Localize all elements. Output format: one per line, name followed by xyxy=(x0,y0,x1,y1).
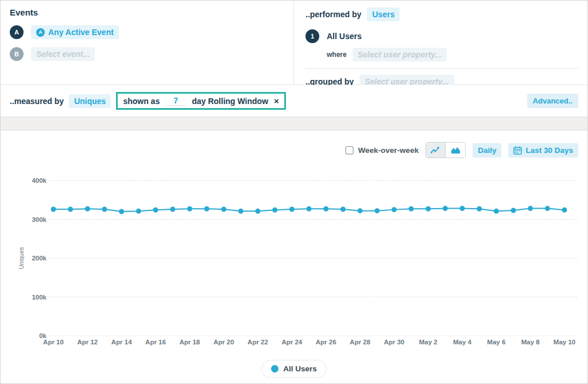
where-row: where Select user property... xyxy=(327,48,578,62)
rolling-window-days-input[interactable] xyxy=(165,96,186,106)
performed-by-panel: ..performed by Users 1 All Users where S… xyxy=(294,1,587,85)
svg-text:Apr 20: Apr 20 xyxy=(214,339,234,345)
legend-series-label: All Users xyxy=(283,364,317,373)
where-label: where xyxy=(327,51,347,59)
grouped-by-divider xyxy=(305,68,578,69)
event-row-a: A A Any Active Event xyxy=(10,25,284,39)
svg-text:Apr 26: Apr 26 xyxy=(316,339,336,345)
chart-panel: Week-over-week xyxy=(1,130,587,383)
svg-text:300k: 300k xyxy=(32,216,47,223)
svg-text:400k: 400k xyxy=(32,177,47,184)
svg-text:Apr 10: Apr 10 xyxy=(43,339,64,345)
legend-item-all-users[interactable]: All Users xyxy=(261,360,327,378)
svg-text:Uniques: Uniques xyxy=(18,247,25,270)
rolling-window-box: shown as day Rolling Window × xyxy=(116,92,285,110)
event-chip-label: Any Active Event xyxy=(48,28,114,37)
svg-text:Apr 14: Apr 14 xyxy=(111,339,132,345)
events-panel: Events A A Any Active Event B Select eve… xyxy=(1,1,294,85)
svg-text:100k: 100k xyxy=(32,294,47,301)
rolling-window-label: day Rolling Window xyxy=(192,97,268,106)
measured-by-value-chip[interactable]: Uniques xyxy=(69,94,111,108)
advanced-button[interactable]: Advanced.. xyxy=(527,94,578,108)
svg-text:Apr 12: Apr 12 xyxy=(77,339,98,345)
performed-by-label: ..performed by xyxy=(305,10,361,19)
chart-legend: All Users xyxy=(1,360,587,378)
svg-text:Apr 22: Apr 22 xyxy=(247,339,268,345)
svg-text:Apr 24: Apr 24 xyxy=(281,339,302,345)
section-gap xyxy=(1,117,587,130)
svg-text:200k: 200k xyxy=(32,255,47,262)
svg-text:Apr 30: Apr 30 xyxy=(384,339,404,345)
where-user-property-input[interactable]: Select user property... xyxy=(353,48,447,62)
performed-by-value-chip[interactable]: Users xyxy=(367,7,400,21)
measured-by-bar: ..measured by Uniques shown as day Rolli… xyxy=(1,85,587,117)
svg-text:Apr 18: Apr 18 xyxy=(179,339,200,345)
svg-text:May 10: May 10 xyxy=(554,339,575,345)
svg-text:Apr 28: Apr 28 xyxy=(350,339,370,345)
event-badge-b: B xyxy=(10,47,24,61)
shown-as-label: shown as xyxy=(123,97,160,106)
svg-text:May 6: May 6 xyxy=(487,339,505,345)
svg-text:May 2: May 2 xyxy=(419,339,438,345)
amplitude-dashboard: Events A A Any Active Event B Select eve… xyxy=(0,0,588,384)
measured-by-label: ..measured by xyxy=(10,97,64,106)
svg-text:May 8: May 8 xyxy=(521,339,540,345)
uniques-line-chart[interactable]: 0k100k200k300k400kUniquesApr 10Apr 12Apr… xyxy=(1,130,587,352)
svg-text:Apr 16: Apr 16 xyxy=(145,339,166,345)
event-chip-any-active-event[interactable]: A Any Active Event xyxy=(31,25,119,39)
user-segment-row: 1 All Users xyxy=(305,29,578,43)
select-event-input[interactable]: Select event... xyxy=(31,47,95,61)
legend-series-dot xyxy=(271,365,278,373)
events-title: Events xyxy=(10,7,284,17)
any-active-event-icon: A xyxy=(36,28,45,37)
query-builder-section: Events A A Any Active Event B Select eve… xyxy=(1,1,587,85)
event-row-b: B Select event... xyxy=(10,47,284,61)
event-badge-a: A xyxy=(10,25,24,39)
close-icon[interactable]: × xyxy=(274,97,279,105)
segment-badge-1: 1 xyxy=(305,29,319,43)
svg-text:May 4: May 4 xyxy=(453,339,472,345)
segment-label: All Users xyxy=(327,32,362,41)
